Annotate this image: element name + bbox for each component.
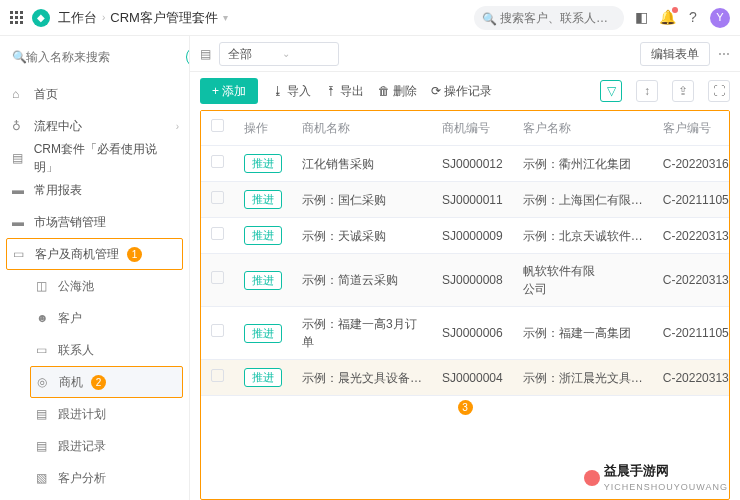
sidebar-item-label: 首页 [34, 85, 58, 103]
checkbox[interactable] [211, 271, 224, 284]
cell-cust: 帆软软件有限公司 [513, 254, 653, 307]
sidebar-item[interactable]: ⌂首页 [0, 78, 189, 110]
delete-button[interactable]: 🗑 删除 [378, 82, 417, 100]
search-icon: 🔍 [12, 48, 27, 66]
sidebar-item-label: 流程中心 [34, 117, 82, 135]
table-header: 操作 [234, 111, 292, 146]
push-button[interactable]: 推进 [244, 368, 282, 387]
cell-cust: 示例：北京天诚软件… [513, 218, 653, 254]
table-header: 客户编号 [653, 111, 730, 146]
sort-icon[interactable]: ↕ [636, 80, 658, 102]
table-row[interactable]: 推进示例：简道云采购SJ0000008帆软软件有限公司C-20220313-00… [201, 254, 730, 307]
push-button[interactable]: 推进 [244, 271, 282, 290]
sidebar-item[interactable]: ♁流程中心› [0, 110, 189, 142]
table-row[interactable]: 推进示例：晨光文具设备…SJ0000004示例：浙江晨光文具…C-2022031… [201, 360, 730, 396]
table-header: 商机名称 [292, 111, 432, 146]
table-header: 商机编号 [432, 111, 513, 146]
view-selector[interactable]: 全部 ⌄ [219, 42, 339, 66]
watermark-sub: YICHENSHOUYOUWANG [604, 481, 728, 495]
sidebar-item[interactable]: ▬市场营销管理 [0, 206, 189, 238]
sidebar-subitem[interactable]: ◎商机2 [30, 366, 183, 398]
bookmark-icon[interactable]: ◧ [632, 9, 650, 27]
cell-code: SJ0000009 [432, 218, 513, 254]
sidebar-subitem[interactable]: ▤跟进记录 [0, 430, 189, 462]
badge: 1 [127, 247, 142, 262]
table-header: 客户名称 [513, 111, 653, 146]
breadcrumb-app[interactable]: CRM客户管理套件 [110, 8, 218, 28]
cell-code: SJ0000008 [432, 254, 513, 307]
import-button[interactable]: ⭳ 导入 [272, 82, 311, 100]
bell-icon[interactable]: 🔔 [658, 9, 676, 27]
card-icon: ▭ [36, 341, 50, 359]
sidebar-subitem-label: 跟进计划 [58, 405, 106, 423]
cell-ccode: C-20220313-0000002 [653, 218, 730, 254]
checkbox[interactable] [211, 227, 224, 240]
sidebar-subitem[interactable]: ◫公海池 [0, 270, 189, 302]
checkbox[interactable] [211, 369, 224, 382]
sidebar-item[interactable]: ▬常用报表 [0, 174, 189, 206]
cell-name: 示例：国仁采购 [292, 182, 432, 218]
checkbox[interactable] [211, 119, 224, 132]
more-icon[interactable]: ⋯ [718, 45, 730, 63]
plan-icon: ▤ [36, 405, 50, 423]
breadcrumb: 工作台 › CRM客户管理套件 ▾ [58, 8, 228, 28]
table-header [201, 111, 234, 146]
cell-ccode: C-20220313-0000003 [653, 254, 730, 307]
push-button[interactable]: 推进 [244, 226, 282, 245]
table-row[interactable]: 推进示例：福建一高3月订单SJ0000006示例：福建一高集团C-2021110… [201, 307, 730, 360]
cell-name: 示例：简道云采购 [292, 254, 432, 307]
sidebar-subitem[interactable]: ▧商机分析 [0, 494, 189, 500]
checkbox[interactable] [211, 324, 224, 337]
cell-code: SJ0000004 [432, 360, 513, 396]
add-button[interactable]: + 添加 [200, 78, 258, 104]
push-button[interactable]: 推进 [244, 324, 282, 343]
cell-ccode: C-20211105-0000004 [653, 307, 730, 360]
sidebar-item[interactable]: ▭客户及商机管理1 [6, 238, 183, 270]
folder-open-icon: ▭ [13, 245, 27, 263]
sidebar-filter-input[interactable] [8, 46, 180, 68]
cell-cust: 示例：浙江晨光文具… [513, 360, 653, 396]
cell-cust: 示例：上海国仁有限… [513, 182, 653, 218]
sidebar-item-label: CRM套件「必看使用说明」 [34, 140, 177, 176]
apps-icon[interactable] [10, 11, 24, 25]
table-row[interactable]: 推进江化销售采购SJ0000012示例：衢州江化集团C-20220316-000… [201, 146, 730, 182]
help-icon[interactable]: ? [684, 9, 702, 27]
sidebar-subitem[interactable]: ▧客户分析 [0, 462, 189, 494]
opp-icon: ◎ [37, 373, 51, 391]
cell-name: 示例：福建一高3月订单 [292, 307, 432, 360]
avatar[interactable]: Y [710, 8, 730, 28]
sidebar-subitem[interactable]: ☻客户 [0, 302, 189, 334]
view-label: 全部 [228, 45, 252, 63]
cell-code: SJ0000006 [432, 307, 513, 360]
table-row[interactable]: 推进示例：国仁采购SJ0000011示例：上海国仁有限…C-20211105-0… [201, 182, 730, 218]
sidebar-item[interactable]: ▤CRM套件「必看使用说明」 [0, 142, 189, 174]
checkbox[interactable] [211, 191, 224, 204]
logo-icon: ◆ [32, 9, 50, 27]
push-button[interactable]: 推进 [244, 190, 282, 209]
sidebar-subitem-label: 公海池 [58, 277, 94, 295]
expand-icon[interactable]: ⛶ [708, 80, 730, 102]
log-icon: ▤ [36, 437, 50, 455]
oplog-button[interactable]: ⟳ 操作记录 [431, 82, 492, 100]
cell-cust: 示例：福建一高集团 [513, 307, 653, 360]
sidebar-subitem[interactable]: ▤跟进计划 [0, 398, 189, 430]
global-search[interactable]: 🔍 [474, 6, 624, 30]
sidebar-item-label: 市场营销管理 [34, 213, 106, 231]
sidebar-subitem-label: 客户分析 [58, 469, 106, 487]
push-button[interactable]: 推进 [244, 154, 282, 173]
dropdown-icon[interactable]: ▾ [223, 10, 228, 25]
watermark: 益晨手游网 YICHENSHOUYOUWANG [584, 461, 728, 494]
checkbox[interactable] [211, 155, 224, 168]
home-icon: ⌂ [12, 85, 26, 103]
breadcrumb-workspace[interactable]: 工作台 [58, 8, 97, 28]
export-button[interactable]: ⭱ 导出 [325, 82, 364, 100]
edit-form-button[interactable]: 编辑表单 [640, 42, 710, 66]
cell-name: 示例：晨光文具设备… [292, 360, 432, 396]
sidebar-subitem[interactable]: ▭联系人 [0, 334, 189, 366]
sidebar-subitem-label: 客户 [58, 309, 82, 327]
cell-name: 江化销售采购 [292, 146, 432, 182]
layout-icon[interactable]: ▤ [200, 45, 211, 63]
filter-icon[interactable]: ▽ [600, 80, 622, 102]
table-row[interactable]: 推进示例：天诚采购SJ0000009示例：北京天诚软件…C-20220313-0… [201, 218, 730, 254]
share-icon[interactable]: ⇪ [672, 80, 694, 102]
